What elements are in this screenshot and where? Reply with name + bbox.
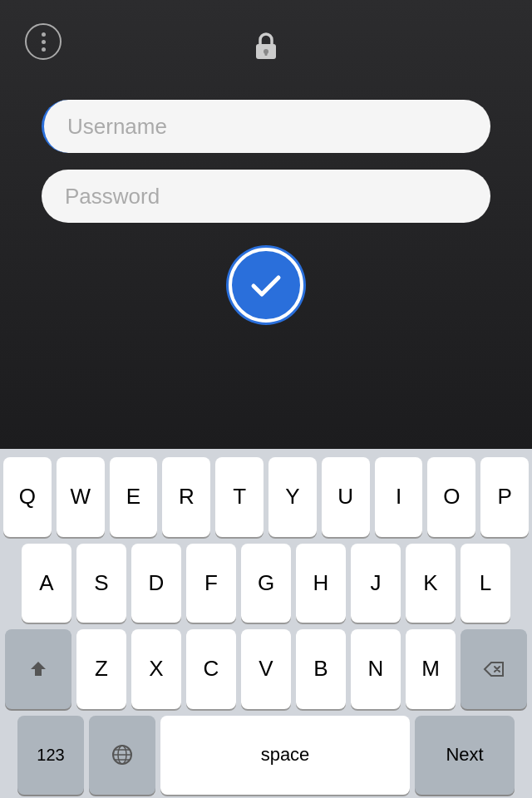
menu-icon[interactable] xyxy=(25,23,62,60)
key-v[interactable]: V xyxy=(241,629,291,709)
top-area xyxy=(0,0,532,449)
key-s[interactable]: S xyxy=(76,544,126,623)
key-n[interactable]: N xyxy=(351,629,401,709)
numbers-key[interactable]: 123 xyxy=(17,716,84,796)
key-m[interactable]: M xyxy=(406,629,456,709)
key-w[interactable]: W xyxy=(57,457,105,537)
key-h[interactable]: H xyxy=(296,544,346,623)
submit-button[interactable] xyxy=(229,248,303,323)
key-l[interactable]: L xyxy=(461,544,510,623)
key-o[interactable]: O xyxy=(427,457,475,537)
key-a[interactable]: A xyxy=(22,544,71,623)
key-z[interactable]: Z xyxy=(76,629,126,709)
next-key[interactable]: Next xyxy=(415,716,515,796)
key-b[interactable]: B xyxy=(296,629,346,709)
key-y[interactable]: Y xyxy=(268,457,317,537)
delete-key[interactable] xyxy=(461,629,527,709)
key-f[interactable]: F xyxy=(186,544,236,623)
keyboard-row-2: A S D F G H J K L xyxy=(3,544,529,623)
key-c[interactable]: C xyxy=(186,629,236,709)
key-i[interactable]: I xyxy=(375,457,423,537)
lock-icon xyxy=(251,31,281,61)
key-x[interactable]: X xyxy=(131,629,181,709)
key-u[interactable]: U xyxy=(322,457,370,537)
password-input[interactable] xyxy=(42,170,490,223)
key-j[interactable]: J xyxy=(351,544,401,623)
form-area xyxy=(0,83,532,339)
keyboard: Q W E R T Y U I O P A S D F G H J K L Z … xyxy=(0,449,532,798)
globe-key[interactable] xyxy=(89,716,155,796)
key-d[interactable]: D xyxy=(131,544,181,623)
key-t[interactable]: T xyxy=(215,457,264,537)
username-input[interactable] xyxy=(42,100,490,153)
keyboard-row-3: Z X C V B N M xyxy=(3,629,529,709)
keyboard-row-4: 123 space Next xyxy=(3,716,529,796)
svg-rect-2 xyxy=(265,52,268,56)
key-q[interactable]: Q xyxy=(3,457,52,537)
shift-key[interactable] xyxy=(5,629,71,709)
key-r[interactable]: R xyxy=(162,457,210,537)
key-g[interactable]: G xyxy=(241,544,291,623)
key-e[interactable]: E xyxy=(110,457,158,537)
keyboard-row-1: Q W E R T Y U I O P xyxy=(3,457,529,537)
key-k[interactable]: K xyxy=(406,544,456,623)
header xyxy=(0,0,532,83)
key-p[interactable]: P xyxy=(480,457,529,537)
menu-dot-3 xyxy=(42,47,46,52)
space-key[interactable]: space xyxy=(160,716,410,796)
menu-dot-2 xyxy=(42,40,46,44)
menu-dot-1 xyxy=(42,32,46,37)
